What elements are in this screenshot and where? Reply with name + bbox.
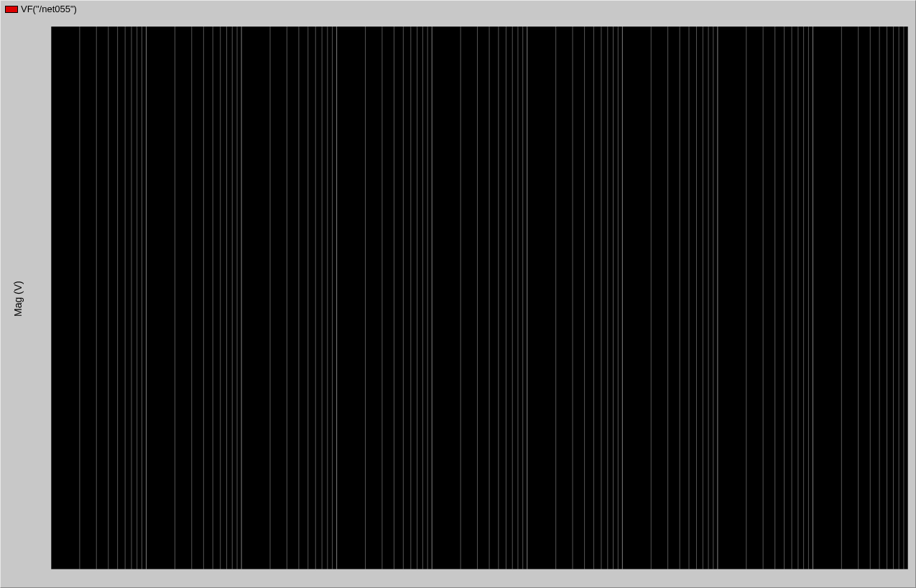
app-frame: VF("/net055") Mag (V) <box>0 0 916 588</box>
y-axis-label: Mag (V) <box>12 281 24 317</box>
legend: VF("/net055") <box>5 4 77 14</box>
legend-swatch <box>5 6 18 13</box>
legend-label: VF("/net055") <box>21 4 77 14</box>
plot-area[interactable] <box>51 27 908 569</box>
